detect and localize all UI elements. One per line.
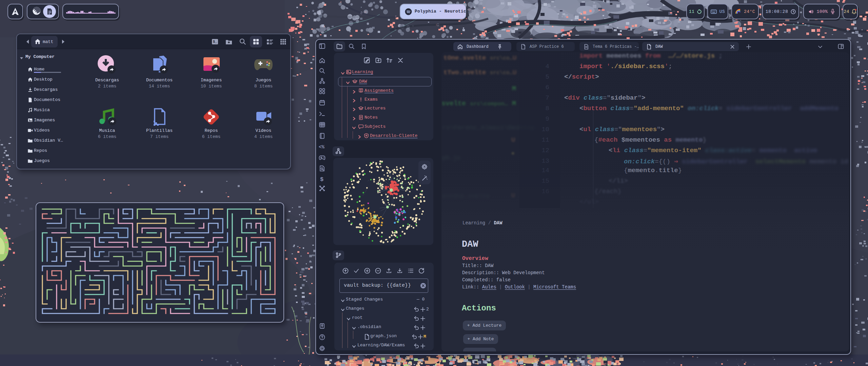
svg-text:$_: $_ — [213, 40, 217, 44]
svg-text:<%: <% — [319, 144, 324, 150]
svg-text:$: $ — [320, 176, 323, 182]
